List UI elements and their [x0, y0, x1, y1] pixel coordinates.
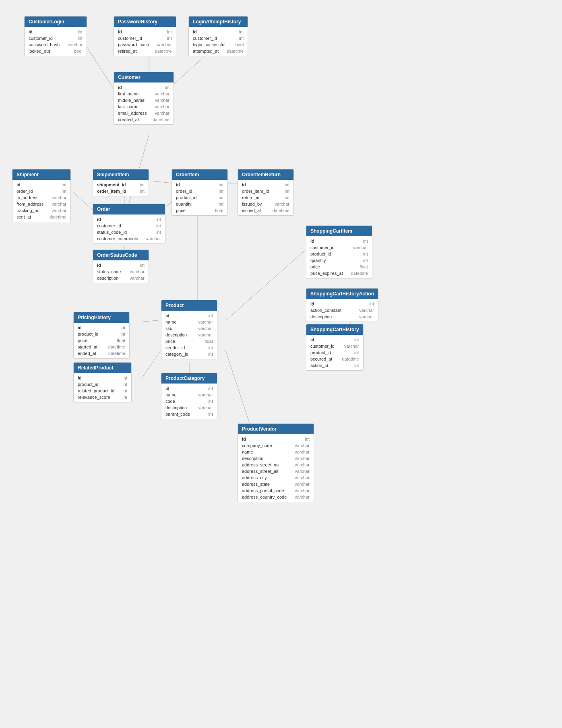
table-body-passwordhistory: idintcustomer_idintpassword_hashvarcharr… [114, 27, 176, 56]
column-name: password_hash [118, 42, 149, 47]
column-name: id [242, 182, 246, 187]
column-type: varchar [295, 475, 310, 480]
table-row: attempted_atdatetime [189, 48, 248, 54]
column-type: int [208, 313, 213, 318]
table-header-shoppingcartitem: ShoppingCartItem [306, 226, 372, 236]
table-row: address_postal_codevarchar [238, 487, 314, 494]
column-name: address_postal_code [242, 488, 284, 493]
column-type: varchar [295, 495, 310, 499]
column-type: varchar [130, 269, 145, 274]
column-name: id [165, 313, 169, 318]
table-productvendor: ProductVendoridintcompany_codevarcharnam… [238, 423, 314, 502]
column-name: description [242, 456, 263, 461]
table-body-loginattempthistory: idintcustomer_idintlogin_successfulboola… [189, 27, 248, 56]
column-name: address_city [242, 475, 267, 480]
table-row: customer_idint [93, 223, 165, 229]
table-row: action_idint [306, 362, 363, 369]
column-type: int [354, 337, 359, 342]
column-type: int [62, 189, 66, 194]
table-row: vendor_idint [161, 344, 217, 351]
table-row: quantityint [172, 201, 227, 207]
column-name: created_at [118, 117, 139, 122]
column-type: int [122, 375, 127, 380]
table-row: descriptionvarchar [161, 404, 217, 411]
table-row: price_expires_atdatetime [306, 270, 372, 276]
column-name: quantity [310, 258, 326, 263]
table-loginattempthistory: LoginAttemptHistoryidintcustomer_idintlo… [188, 16, 248, 56]
table-row: idint [306, 238, 372, 244]
svg-line-10 [142, 320, 161, 322]
table-row: from_addressvarchar [12, 201, 70, 207]
column-type: varchar [130, 276, 145, 280]
column-name: customer_id [118, 36, 142, 41]
column-type: int [122, 395, 127, 400]
table-body-productvendor: idintcompany_codevarcharnamevarchardescr… [238, 434, 314, 502]
column-type: int [369, 301, 374, 306]
table-row: descriptionvarchar [238, 455, 314, 462]
table-row: address_street_altvarchar [238, 468, 314, 474]
column-type: int [62, 182, 66, 187]
table-row: address_street_novarchar [238, 462, 314, 468]
table-customer: Customeridintfirst_namevarcharmiddle_nam… [114, 72, 174, 125]
column-type: varchar [295, 469, 310, 474]
column-name: status_code_id [97, 230, 127, 235]
table-row: idint [238, 436, 314, 442]
table-header-shoppingcarthistory: ShoppingCartHistory [306, 324, 363, 335]
table-row: namevarchar [161, 319, 217, 325]
column-name: id [310, 337, 314, 342]
column-type: int [363, 252, 368, 256]
column-type: float [205, 339, 213, 344]
column-type: int [305, 437, 310, 441]
table-row: pricefloat [306, 264, 372, 270]
column-name: last_name [118, 104, 138, 109]
column-name: relevance_score [78, 395, 110, 400]
column-type: varchar [359, 314, 374, 319]
column-name: issued_by [242, 202, 262, 206]
table-row: middle_namevarchar [114, 97, 174, 103]
column-name: customer_id [97, 223, 121, 228]
column-type: varchar [198, 326, 213, 331]
table-customerlogin: CustomerLoginidintcustomer_idintpassword… [24, 16, 87, 56]
column-name: description [97, 276, 118, 280]
column-name: id [310, 301, 314, 306]
column-type: datetime [227, 49, 244, 54]
column-type: datetime [108, 351, 125, 356]
table-orderitemreturn: OrderItemReturnidintorder_item_idintretu… [238, 169, 294, 216]
column-name: description [310, 314, 332, 319]
column-name: id [242, 437, 246, 441]
table-row: customer_idint [114, 35, 176, 41]
table-row: idint [12, 181, 70, 188]
table-relatedproduct: RelatedProductidintproduct_idintrelated_… [73, 362, 132, 402]
table-body-productcategory: idintnamevarcharcodeintdescriptionvarcha… [161, 384, 217, 419]
table-body-orderitem: idintorder_idintproduct_idintquantityint… [172, 180, 227, 215]
column-name: sku [165, 326, 172, 331]
column-type: bool [236, 42, 244, 47]
column-name: product_id [78, 382, 98, 387]
table-row: product_idint [172, 194, 227, 201]
table-row: login_successfulbool [189, 41, 248, 48]
column-name: from_address [17, 202, 43, 206]
table-row: issued_atdatetime [238, 207, 293, 214]
column-name: id [97, 263, 101, 268]
column-type: varchar [359, 308, 374, 313]
column-name: description [165, 332, 187, 337]
column-name: customer_id [310, 245, 335, 250]
column-type: varchar [295, 450, 310, 454]
column-type: int [285, 195, 289, 200]
column-type: int [363, 239, 368, 243]
column-name: id [17, 182, 21, 187]
table-row: occured_atdatetime [306, 356, 363, 362]
table-row: pricefloat [74, 337, 129, 344]
table-row: idint [74, 324, 129, 331]
column-name: sent_at [17, 214, 31, 219]
column-name: attempted_at [193, 49, 219, 54]
column-name: login_successful [193, 42, 225, 47]
column-type: int [219, 189, 223, 194]
table-row: customer_idint [25, 35, 87, 41]
column-type: int [219, 202, 223, 206]
table-row: idint [74, 375, 131, 381]
table-shoppingcarthistoryaction: ShoppingCartHistoryActionidintaction_con… [306, 288, 378, 322]
table-row: status_code_idint [93, 229, 165, 235]
table-header-loginattempthistory: LoginAttemptHistory [189, 16, 248, 27]
table-header-shipmentitem: ShipmentItem [93, 169, 149, 180]
